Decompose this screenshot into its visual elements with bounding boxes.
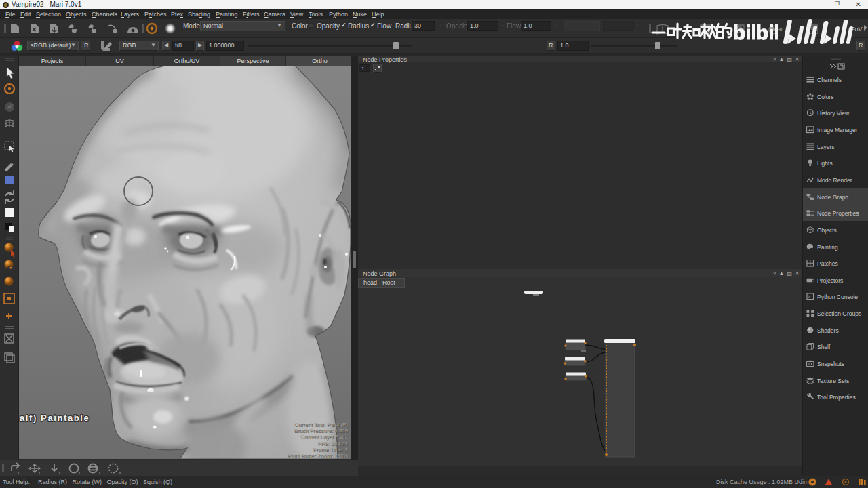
svg-text:Near: Near	[770, 26, 783, 33]
svg-text:FoV: FoV	[851, 26, 863, 33]
